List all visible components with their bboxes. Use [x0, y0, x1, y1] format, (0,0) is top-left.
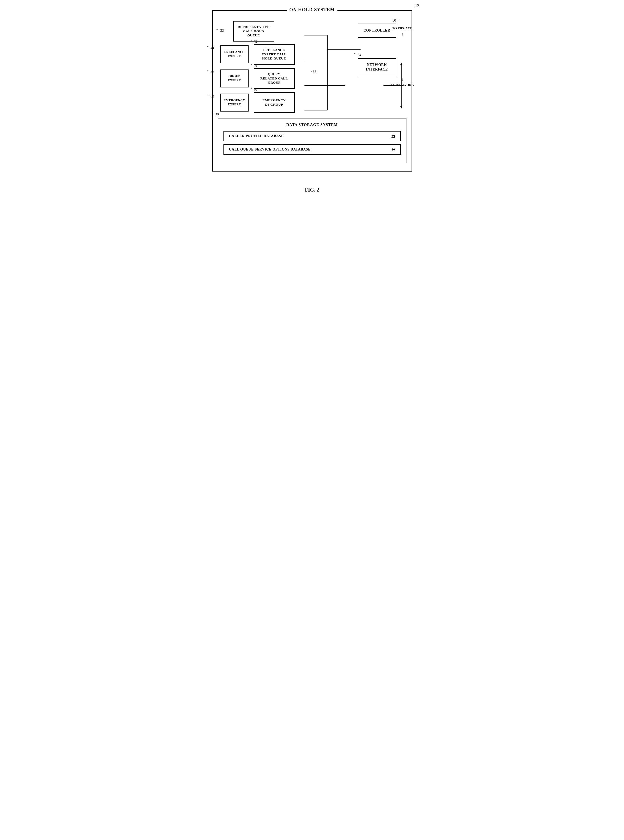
ref-30-tilde: ~: [398, 17, 400, 22]
caller-profile-ref: 39: [392, 134, 395, 138]
to-network-label: TO NETWORK: [391, 83, 414, 87]
data-storage-wrapper: 38 ~ DATA STORAGE SYSTEM CALLER PROFILE …: [218, 118, 406, 163]
ref-44-tilde: ~: [207, 45, 209, 49]
system-label: ON HOLD SYSTEM: [287, 7, 337, 12]
ref-38: 38: [215, 112, 219, 116]
emergency-expert-label: EMERGENCYEXPERT: [224, 99, 245, 107]
freelance-expert-label: FREELANCEEXPERT: [224, 50, 244, 58]
ref-34: 34: [358, 53, 361, 57]
network-interface-box: NETWORKINTERFACE: [358, 58, 396, 76]
group-expert-label: GROUPEXPERT: [228, 74, 241, 82]
ref-30: 30: [392, 19, 396, 23]
ref-38-tilde: ~: [212, 111, 214, 115]
ref-52: 52: [211, 94, 214, 99]
system-ref: 12: [415, 4, 419, 8]
outer-system-box: ON HOLD SYSTEM 12: [212, 10, 412, 172]
query-group-label: QUERYRELATED CALLGROUP: [260, 72, 288, 85]
ref-42: 42: [254, 39, 257, 43]
ref-36: ~ 36: [310, 70, 317, 74]
fig-caption: FIG. 2: [305, 187, 319, 193]
freelance-queue-box: FREELANCEEXPERT CALLHOLD QUEUE: [254, 44, 295, 65]
ref-48: 48: [211, 70, 214, 74]
controller-box: CONTROLLER: [358, 23, 396, 38]
arrow-down-icon: ↓: [401, 77, 403, 82]
ref-46: 48: [254, 63, 257, 68]
freelance-expert-box: FREELANCEEXPERT: [220, 45, 249, 63]
call-queue-options-ref: 40: [392, 147, 395, 152]
ref-50-tilde: ~: [250, 87, 252, 91]
controller-label: CONTROLLER: [363, 28, 390, 33]
emergency-expert-box: EMERGENCYEXPERT: [220, 94, 249, 111]
rep-queue-box: REPRESENTATIVECALL HOLDQUEUE: [233, 21, 274, 42]
data-storage-box: DATA STORAGE SYSTEM CALLER PROFILE DATAB…: [218, 118, 406, 163]
call-queue-options-label: CALL QUEUE SERVICE OPTIONS DATABASE: [229, 147, 310, 152]
ref-48-tilde: ~: [207, 69, 209, 73]
ref-42-tilde: ~: [250, 39, 252, 43]
ref-32-tilde: ~: [216, 28, 219, 32]
page-wrapper: ON HOLD SYSTEM 12: [212, 10, 412, 193]
caller-profile-label: CALLER PROFILE DATABASE: [229, 134, 284, 138]
emergency-dj-box: EMERGENCYDJ GROUP: [254, 92, 295, 113]
network-interface-label: NETWORKINTERFACE: [366, 63, 388, 72]
data-storage-label: DATA STORAGE SYSTEM: [224, 122, 401, 127]
emergency-dj-label: EMERGENCYDJ GROUP: [263, 98, 286, 107]
ref-46-tilde: ~: [250, 63, 252, 67]
call-queue-options-db: CALL QUEUE SERVICE OPTIONS DATABASE 40: [224, 144, 401, 155]
ref-44: 44: [211, 46, 214, 50]
to-pbx-label: TO PBX/ACD: [392, 26, 412, 31]
query-group-box: QUERYRELATED CALLGROUP: [254, 68, 295, 89]
ref-32: 32: [220, 29, 224, 33]
freelance-queue-label: FREELANCEEXPERT CALLHOLD QUEUE: [262, 48, 286, 61]
ref-52-tilde: ~: [207, 93, 209, 97]
rep-queue-label: REPRESENTATIVECALL HOLDQUEUE: [238, 25, 269, 38]
ref-34-tilde: ~: [354, 52, 356, 56]
group-expert-box: GROUPEXPERT: [220, 70, 249, 87]
caller-profile-db: CALLER PROFILE DATABASE 39: [224, 131, 401, 141]
ref-50: 50: [254, 88, 257, 92]
arrow-up-icon: ↑: [401, 31, 403, 36]
